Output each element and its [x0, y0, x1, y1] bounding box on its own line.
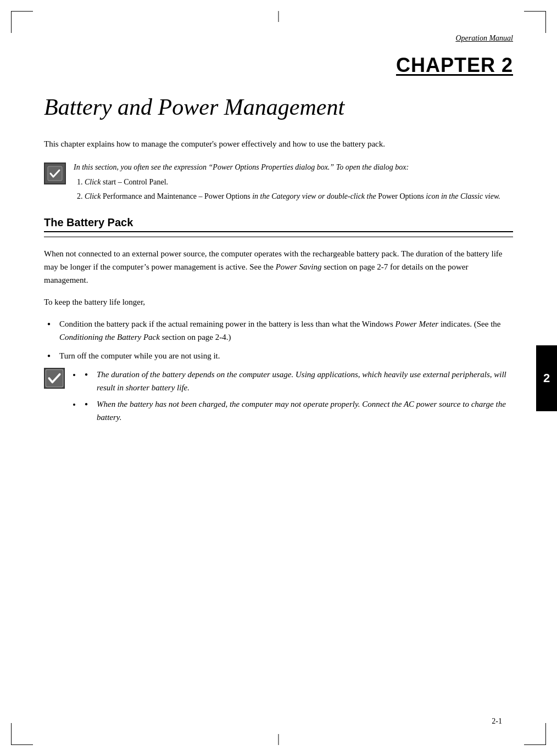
nested-note-content: The duration of the battery depends on t…: [71, 368, 513, 427]
bullet-item-2: Turn off the computer while you are not …: [44, 349, 513, 427]
intro-paragraph: This chapter explains how to manage the …: [44, 137, 513, 150]
chapter-side-tab: 2: [536, 345, 557, 411]
chapter-heading: CHAPTER 2: [44, 54, 513, 77]
subsection-rule: [44, 237, 513, 237]
checkmark-icon: [47, 166, 63, 181]
note-step-1: Click start – Control Panel.: [85, 176, 500, 188]
nested-note-item-1: The duration of the battery depends on t…: [81, 368, 513, 394]
note-box-1: In this section, you often see the expre…: [44, 161, 513, 205]
note-content-1: In this section, you often see the expre…: [74, 161, 500, 205]
corner-mark-tr: [524, 11, 546, 33]
body-paragraph-2: To keep the battery life longer,: [44, 295, 513, 309]
chapter-tab-label: 2: [543, 371, 550, 385]
nested-note-list: The duration of the battery depends on t…: [81, 368, 513, 424]
note-step-2: Click Performance and Maintenance – Powe…: [85, 191, 500, 203]
nested-note-box: The duration of the battery depends on t…: [44, 368, 513, 427]
body-paragraph-1: When not connected to an external power …: [44, 247, 513, 287]
corner-mark-bl: [11, 723, 33, 745]
corner-mark-tl: [11, 11, 33, 33]
page: 2 Operation Manual CHAPTER 2 Battery and…: [0, 0, 557, 756]
manual-title: Operation Manual: [455, 34, 513, 42]
bullet-item-1: Condition the battery pack if the actual…: [44, 317, 513, 344]
note-steps-list: Click start – Control Panel. Click Perfo…: [85, 176, 500, 203]
note-intro-text: In this section, you often see the expre…: [74, 163, 409, 171]
page-number: 2-1: [492, 717, 502, 725]
nested-checkmark-icon: [45, 369, 64, 388]
nested-note-icon: [44, 368, 65, 389]
note-icon-1: [44, 163, 66, 184]
page-header: Operation Manual: [44, 33, 513, 43]
corner-mark-br: [524, 723, 546, 745]
section-title: Battery and Power Management: [44, 93, 513, 121]
nested-note-item-2: When the battery has not been charged, t…: [81, 397, 513, 424]
tick-top: [278, 11, 279, 22]
bullet-list: Condition the battery pack if the actual…: [44, 317, 513, 427]
tick-bottom: [278, 734, 279, 745]
subsection-heading: The Battery Pack: [44, 216, 513, 232]
page-footer: 2-1: [492, 717, 502, 726]
